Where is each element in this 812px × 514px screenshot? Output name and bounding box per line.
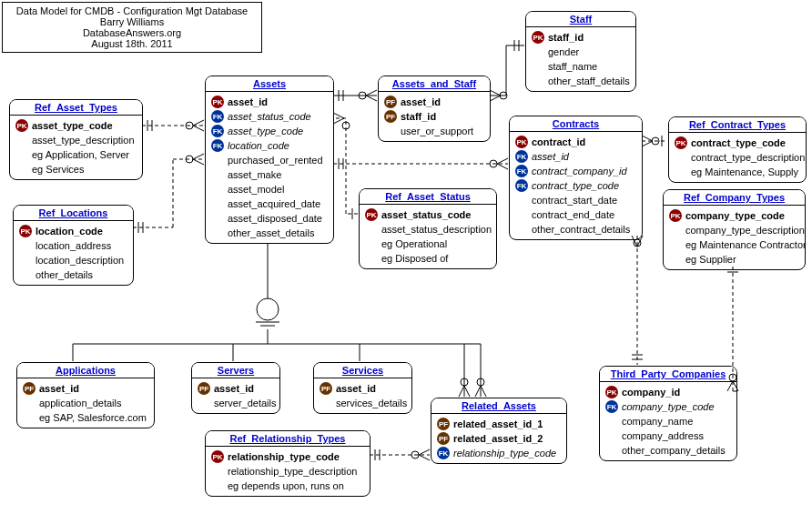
entity-attribute: PFasset_id: [384, 95, 484, 109]
pf-icon: PF: [198, 382, 210, 395]
entity-ref-locations: Ref_LocationsPKlocation_codelocation_add…: [13, 205, 134, 286]
entity-title: Related_Assets: [431, 398, 566, 414]
entity-ref-asset-types: Ref_Asset_TypesPKasset_type_codeasset_ty…: [9, 99, 143, 180]
entity-attribute: server_details: [198, 396, 274, 410]
svg-line-38: [333, 113, 344, 118]
svg-point-40: [342, 122, 350, 129]
svg-point-70: [461, 378, 468, 386]
info-line3: DatabaseAnswers.org: [10, 27, 254, 38]
pk-icon: PK: [365, 208, 378, 221]
entity-related-assets: Related_AssetsPFrelated_asset_id_1PFrela…: [431, 398, 567, 464]
entity-attribute: other_company_details: [605, 443, 731, 458]
svg-point-47: [634, 239, 641, 247]
entity-assets-and-staff: Assets_and_StaffPFasset_idPFstaff_iduser…: [378, 76, 491, 142]
entity-title: Ref_Asset_Status: [360, 189, 496, 205]
entity-attribute: contract_end_date: [515, 207, 636, 222]
entity-ref-asset-status: Ref_Asset_StatusPKasset_status_codeasset…: [359, 188, 497, 269]
entity-attribute: eg Operational: [365, 237, 491, 251]
entity-attribute: user_or_support: [384, 124, 484, 138]
info-line2: Barry Williams: [10, 16, 254, 27]
entity-attribute: gender: [532, 45, 630, 59]
entity-servers: ServersPFasset_idserver_details: [191, 362, 280, 414]
entity-title: Ref_Company_Types: [664, 190, 805, 206]
entity-attribute: other_asset_details: [211, 226, 328, 240]
entity-attribute: asset_acquired_date: [211, 197, 328, 211]
svg-point-80: [411, 451, 419, 459]
entity-assets: AssetsPKasset_idFKasset_status_codeFKass…: [205, 76, 334, 244]
entity-attribute: eg Services: [15, 162, 137, 176]
entity-attribute: FKcontract_type_code: [515, 178, 636, 193]
svg-point-74: [477, 378, 484, 386]
entity-title: Services: [314, 363, 411, 378]
pk-icon: PK: [211, 96, 224, 108]
pf-icon: PF: [437, 432, 450, 445]
svg-line-17: [366, 90, 377, 96]
svg-line-26: [490, 96, 501, 101]
svg-line-69: [464, 386, 470, 397]
entity-title: Ref_Locations: [14, 206, 133, 221]
entity-attribute: company_name: [605, 414, 731, 428]
entity-attribute: company_address: [605, 428, 731, 443]
svg-line-31: [497, 158, 508, 164]
entity-attribute: asset_model: [211, 182, 328, 197]
svg-line-39: [333, 118, 344, 124]
svg-line-78: [419, 449, 430, 455]
svg-point-27: [500, 92, 507, 99]
entity-attribute: PKcontract_id: [515, 135, 636, 149]
entity-attribute: FKlocation_code: [211, 138, 328, 153]
entity-attribute: PFasset_id: [23, 381, 148, 396]
pk-icon: PK: [19, 225, 32, 237]
entity-attribute: FKasset_status_code: [211, 109, 328, 124]
fk-icon: FK: [515, 179, 528, 192]
entity-attribute: location_address: [19, 238, 127, 253]
svg-line-72: [475, 386, 481, 397]
entity-attribute: contract_start_date: [515, 193, 636, 207]
entity-attribute: services_details: [320, 396, 406, 410]
pf-icon: PF: [23, 382, 36, 395]
fk-icon: FK: [437, 447, 450, 459]
svg-point-19: [359, 92, 366, 99]
entity-contracts: ContractsPKcontract_idFKasset_idFKcontra…: [509, 116, 643, 240]
pk-icon: PK: [605, 386, 618, 398]
entity-attribute: eg depends upon, runs on: [211, 479, 364, 493]
entity-attribute: FKrelationship_type_code: [437, 446, 561, 460]
pk-icon: PK: [669, 209, 682, 222]
entity-attribute: asset_make: [211, 167, 328, 182]
entity-attribute: eg Supplier: [669, 252, 799, 267]
entity-title: Ref_Relationship_Types: [206, 431, 370, 447]
entity-attribute: PKasset_id: [211, 95, 328, 109]
entity-title: Assets: [206, 76, 333, 92]
svg-point-45: [652, 137, 659, 145]
entity-applications: ApplicationsPFasset_idapplication_detail…: [16, 362, 155, 428]
entity-attribute: company_type_description: [669, 223, 799, 237]
pk-icon: PK: [15, 119, 28, 132]
svg-line-44: [642, 141, 653, 146]
entity-attribute: staff_name: [532, 59, 630, 74]
fk-icon: FK: [515, 150, 528, 163]
entity-attribute: PFasset_id: [320, 381, 406, 396]
pf-icon: PF: [437, 418, 450, 430]
entity-attribute: PKcompany_type_code: [669, 208, 799, 223]
entity-title: Assets_and_Staff: [379, 76, 490, 92]
entity-attribute: FKasset_id: [515, 149, 636, 164]
pk-icon: PK: [515, 136, 528, 148]
svg-line-18: [366, 96, 377, 101]
svg-point-33: [490, 160, 497, 167]
entity-title: Ref_Asset_Types: [10, 100, 142, 116]
pf-icon: PF: [384, 110, 397, 123]
entity-title: Ref_Contract_Types: [669, 117, 806, 133]
svg-line-68: [459, 386, 464, 397]
entity-attribute: PFstaff_id: [384, 109, 484, 124]
svg-line-4: [193, 126, 204, 131]
entity-attribute: location_description: [19, 253, 127, 267]
svg-line-3: [193, 120, 204, 126]
entity-services: ServicesPFasset_idservices_details: [313, 362, 412, 414]
entity-attribute: eg Application, Server: [15, 147, 137, 162]
svg-line-79: [419, 455, 430, 460]
fk-icon: FK: [211, 125, 224, 137]
entity-attribute: FKasset_type_code: [211, 124, 328, 138]
entity-attribute: PKlocation_code: [19, 224, 127, 238]
entity-attribute: FKcompany_type_code: [605, 399, 731, 414]
fk-icon: FK: [211, 110, 224, 123]
info-line1: Data Model for CMDB - Configuration Mgt …: [10, 5, 254, 16]
